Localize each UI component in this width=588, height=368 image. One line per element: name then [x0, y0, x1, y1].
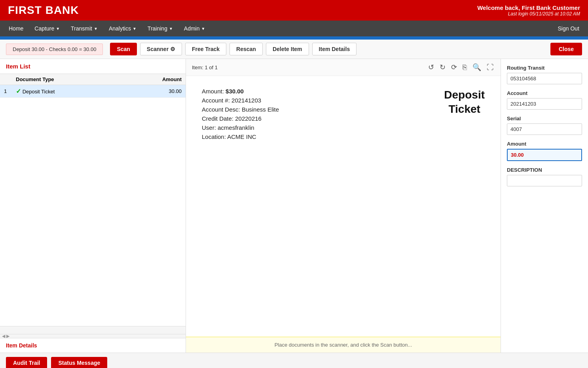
left-panel: Item List Document Type Amount 1 ✓ Dep — [0, 59, 186, 353]
transmit-arrow: ▼ — [94, 27, 98, 31]
account-input[interactable] — [507, 98, 582, 110]
user-value: acmesfranklin — [218, 124, 254, 131]
main-area: Item List Document Type Amount 1 ✓ Dep — [0, 59, 588, 353]
nav-item-training[interactable]: Training ▼ — [143, 22, 178, 35]
nav-left: Home Capture ▼ Transmit ▼ Analytics ▼ Tr… — [4, 22, 210, 35]
serial-input[interactable] — [507, 123, 582, 135]
scanner-button[interactable]: Scanner ⚙ — [140, 43, 182, 55]
image-controls: ↺ ↻ ⟳ ⎘ 🔍 ⛶ — [427, 62, 495, 72]
export-icon[interactable]: ⎘ — [462, 63, 468, 72]
rescan-button[interactable]: Rescan — [230, 43, 263, 55]
capture-arrow: ▼ — [56, 27, 60, 31]
amount-label-right: Amount — [507, 141, 582, 147]
nav-item-capture[interactable]: Capture ▼ — [30, 22, 64, 35]
account-label-right: Account — [507, 90, 582, 96]
doc-amount-line: Amount: $30.00 — [202, 88, 279, 95]
routing-transit-group: Routing Transit — [507, 65, 582, 84]
col-num — [0, 74, 12, 85]
bottom-bar: Audit Trail Status Message — [0, 353, 588, 368]
document-view: Amount: $30.00 Account #: 202141203 Acco… — [186, 76, 501, 337]
credit-date-value: 20220216 — [235, 115, 262, 122]
doc-account-desc-line: Account Desc: Business Elite — [202, 106, 279, 113]
account-desc-label: Account Desc: — [202, 106, 240, 113]
last-login: Last login 05/11/2025 at 10:02 AM — [477, 11, 580, 17]
account-group: Account — [507, 90, 582, 110]
zoom-icon[interactable]: 🔍 — [472, 62, 482, 72]
account-value: 202141203 — [231, 97, 261, 104]
analytics-arrow: ▼ — [133, 27, 137, 31]
item-list-scroll[interactable]: Document Type Amount 1 ✓ Deposit Ticket … — [0, 74, 186, 326]
location-value: ACME INC — [227, 133, 256, 140]
serial-group: Serial — [507, 116, 582, 135]
user-label: User: — [202, 124, 216, 131]
description-input[interactable] — [507, 175, 582, 186]
description-group: DESCRIPTION — [507, 167, 582, 186]
free-track-button[interactable]: Free Track — [185, 43, 226, 55]
training-arrow: ▼ — [169, 27, 173, 31]
item-details-label: Item Details — [0, 338, 186, 353]
nav-item-home[interactable]: Home — [4, 22, 28, 35]
nav-item-transmit[interactable]: Transmit ▼ — [66, 22, 102, 35]
scan-hint: Place documents in the scanner, and clic… — [186, 337, 501, 353]
item-counter: Item: 1 of 1 — [192, 64, 218, 70]
item-nav-bar: Item: 1 of 1 ↺ ↻ ⟳ ⎘ 🔍 ⛶ — [186, 59, 501, 76]
col-amount: Amount — [121, 74, 186, 85]
routing-transit-input[interactable] — [507, 73, 582, 84]
item-details-button[interactable]: Item Details — [312, 43, 357, 55]
doc-credit-date-line: Credit Date: 20220216 — [202, 115, 279, 122]
nav-item-analytics[interactable]: Analytics ▼ — [104, 22, 141, 35]
close-button[interactable]: Close — [550, 43, 582, 55]
item-list-scrollbar[interactable] — [0, 326, 186, 334]
header: FIRST BANK Welcome back, First Bank Cust… — [0, 0, 588, 21]
col-doc-type: Document Type — [12, 74, 121, 85]
credit-date-label: Credit Date: — [202, 115, 233, 122]
description-label: DESCRIPTION — [507, 167, 582, 173]
brand-logo: FIRST BANK — [8, 4, 79, 17]
status-message-button[interactable]: Status Message — [51, 357, 107, 368]
doc-content: Amount: $30.00 Account #: 202141203 Acco… — [202, 88, 485, 142]
nav-bar: Home Capture ▼ Transmit ▼ Analytics ▼ Tr… — [0, 21, 588, 36]
doc-location-line: Location: ACME INC — [202, 133, 279, 140]
center-panel: Item: 1 of 1 ↺ ↻ ⟳ ⎘ 🔍 ⛶ Amount: $30.00 … — [186, 59, 501, 353]
row-num: 1 — [0, 85, 12, 98]
amount-label: Amount: — [202, 88, 224, 95]
deposit-info: Deposit 30.00 - Checks 0.00 = 30.00 — [6, 44, 103, 55]
audit-trail-button[interactable]: Audit Trail — [6, 357, 47, 368]
toolbar: Deposit 30.00 - Checks 0.00 = 30.00 Scan… — [0, 40, 588, 59]
table-row[interactable]: 1 ✓ Deposit Ticket 30.00 — [0, 85, 186, 98]
doc-account-line: Account #: 202141203 — [202, 97, 279, 104]
right-panel: Routing Transit Account Serial Amount DE… — [501, 59, 588, 353]
location-label: Location: — [202, 133, 226, 140]
delete-item-button[interactable]: Delete Item — [266, 43, 309, 55]
welcome-text: Welcome back, First Bank Customer — [477, 4, 580, 11]
refresh-icon[interactable]: ⟳ — [450, 62, 458, 72]
row-checkmark: ✓ — [16, 88, 21, 95]
row-doc-type: Deposit Ticket — [23, 89, 55, 95]
nav-item-admin[interactable]: Admin ▼ — [179, 22, 210, 35]
amount-group: Amount — [507, 141, 582, 161]
admin-arrow: ▼ — [201, 27, 205, 31]
sign-out-button[interactable]: Sign Out — [553, 22, 584, 35]
doc-user-line: User: acmesfranklin — [202, 124, 279, 131]
scan-button[interactable]: Scan — [110, 43, 137, 55]
item-list-table: Document Type Amount 1 ✓ Deposit Ticket … — [0, 74, 186, 98]
welcome-info: Welcome back, First Bank Customer Last l… — [477, 4, 580, 17]
doc-type-display: DepositTicket — [444, 88, 485, 117]
amount-value: $30.00 — [226, 88, 244, 95]
doc-details: Amount: $30.00 Account #: 202141203 Acco… — [202, 88, 279, 142]
routing-transit-label: Routing Transit — [507, 65, 582, 71]
amount-input[interactable] — [507, 149, 582, 161]
rotate-left-icon[interactable]: ↺ — [427, 62, 435, 72]
serial-label: Serial — [507, 116, 582, 121]
row-amount: 30.00 — [121, 85, 186, 98]
account-label: Account #: — [202, 97, 230, 104]
blue-accent-bar — [0, 36, 588, 40]
fullscreen-icon[interactable]: ⛶ — [486, 63, 495, 72]
item-list-title: Item List — [0, 59, 186, 74]
account-desc-value: Business Elite — [242, 106, 279, 113]
rotate-right-icon[interactable]: ↻ — [439, 62, 446, 72]
